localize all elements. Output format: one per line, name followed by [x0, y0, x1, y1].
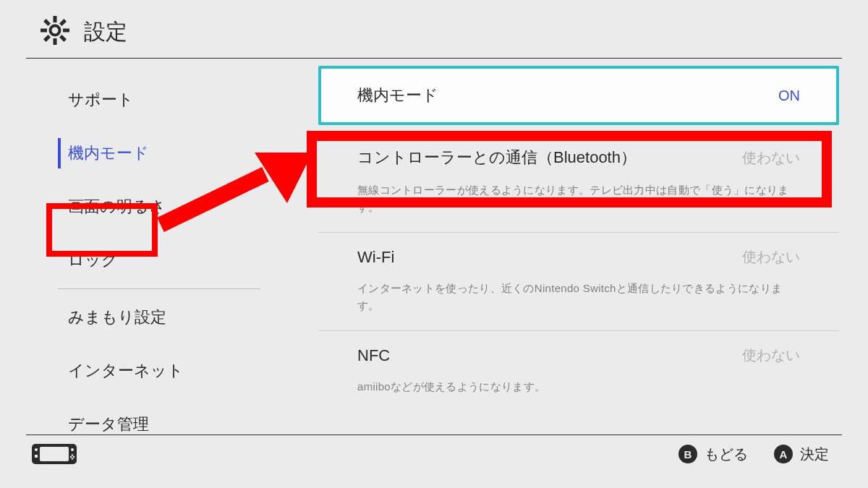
- setting-description: amiiboなどが使えるようになります。: [357, 378, 800, 395]
- setting-value: 使わない: [742, 247, 800, 267]
- svg-point-19: [72, 458, 74, 460]
- sidebar-item-label: サポート: [68, 90, 134, 108]
- setting-row-wifi[interactable]: Wi-Fi 使わない インターネットを使ったり、近くのNintendo Swit…: [318, 233, 839, 331]
- sidebar-item-data-management[interactable]: データ管理: [0, 398, 289, 451]
- svg-rect-1: [54, 16, 57, 22]
- sidebar-item-brightness[interactable]: 画面の明るさ: [0, 180, 289, 234]
- sidebar: サポート 機内モード 画面の明るさ ロック みまもり設定 インターネット データ…: [0, 59, 289, 435]
- setting-value: 使わない: [742, 346, 800, 365]
- sidebar-item-label: インターネット: [68, 361, 184, 380]
- content: サポート 機内モード 画面の明るさ ロック みまもり設定 インターネット データ…: [0, 59, 868, 435]
- svg-rect-8: [59, 35, 67, 42]
- svg-rect-2: [54, 38, 57, 45]
- setting-description: 無線コントローラーが使えるようになります。テレビ出力中は自動で「使う」になります…: [357, 181, 800, 216]
- setting-label: NFC: [357, 346, 390, 365]
- sidebar-divider: [58, 288, 260, 289]
- svg-rect-6: [43, 35, 51, 42]
- sidebar-item-lock[interactable]: ロック: [0, 234, 289, 287]
- sidebar-item-support[interactable]: サポート: [0, 73, 289, 127]
- sidebar-item-label: データ管理: [68, 415, 149, 433]
- page-title: 設定: [84, 17, 127, 47]
- svg-rect-4: [63, 29, 69, 33]
- footer-hint-back[interactable]: B もどる: [678, 445, 748, 464]
- footer-hint-label: もどる: [705, 445, 748, 464]
- svg-rect-3: [41, 29, 47, 33]
- svg-rect-7: [43, 19, 51, 26]
- a-button-icon: A: [774, 445, 793, 463]
- svg-point-0: [51, 26, 60, 35]
- svg-point-17: [73, 456, 75, 458]
- setting-row-bluetooth[interactable]: コントローラーとの通信（Bluetooth） 使わない 無線コントローラーが使え…: [318, 132, 839, 233]
- setting-row-airplane-mode[interactable]: 機内モード ON: [318, 66, 839, 125]
- setting-label: コントローラーとの通信（Bluetooth）: [357, 147, 637, 168]
- settings-gear-icon: [41, 16, 69, 48]
- svg-rect-15: [35, 455, 38, 458]
- sidebar-item-airplane-mode[interactable]: 機内モード: [0, 127, 289, 180]
- header: 設定: [0, 0, 868, 58]
- footer-hint-ok[interactable]: A 決定: [774, 445, 829, 464]
- setting-value: 使わない: [742, 148, 800, 168]
- svg-point-18: [72, 454, 74, 456]
- sidebar-item-label: ロック: [68, 251, 118, 269]
- setting-label: Wi-Fi: [357, 248, 394, 267]
- setting-row-nfc[interactable]: NFC 使わない amiiboなどが使えるようになります。: [318, 331, 839, 411]
- b-button-icon: B: [678, 445, 697, 463]
- sidebar-item-label: みまもり設定: [68, 308, 166, 326]
- footer-hint-label: 決定: [800, 445, 829, 464]
- svg-point-16: [70, 456, 72, 458]
- setting-description: インターネットを使ったり、近くのNintendo Switchと通信したりできる…: [357, 280, 800, 314]
- setting-value: ON: [778, 87, 800, 104]
- sidebar-item-label: 画面の明るさ: [68, 197, 166, 215]
- svg-rect-5: [59, 19, 67, 26]
- sidebar-item-internet[interactable]: インターネット: [0, 344, 289, 398]
- main-panel: 機内モード ON コントローラーとの通信（Bluetooth） 使わない 無線コ…: [289, 59, 868, 435]
- sidebar-item-parental[interactable]: みまもり設定: [0, 291, 289, 344]
- sidebar-item-label: 機内モード: [68, 144, 149, 162]
- setting-label: 機内モード: [357, 85, 438, 106]
